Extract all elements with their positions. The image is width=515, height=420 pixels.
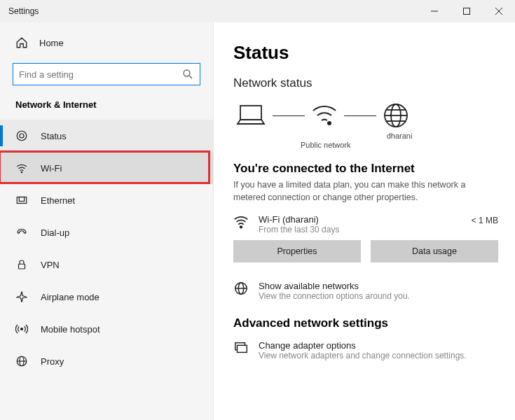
show-networks-link[interactable]: Show available networks View the connect… [233, 281, 498, 301]
window-buttons [418, 0, 515, 22]
sidebar-item-label: Mobile hotspot [41, 324, 100, 335]
properties-button[interactable]: Properties [233, 240, 361, 262]
globe-icon [382, 102, 410, 130]
show-networks-sub: View the connection options around you. [259, 291, 410, 301]
connected-heading: You're connected to the Internet [233, 162, 498, 176]
ethernet-icon [15, 194, 28, 206]
wifi-signal-icon [310, 102, 338, 126]
monitor-icon [233, 340, 249, 356]
svg-point-4 [184, 70, 190, 76]
laptop-icon [235, 103, 267, 128]
sidebar-item-status[interactable]: Status [0, 120, 213, 152]
connection-name: Wi-Fi (dharani) [259, 214, 462, 225]
svg-rect-9 [17, 197, 27, 204]
globe-icon [233, 281, 249, 296]
window-title: Settings [8, 6, 39, 16]
close-button[interactable] [483, 0, 515, 22]
network-diagram [235, 102, 498, 130]
svg-point-12 [21, 328, 23, 330]
show-networks-title: Show available networks [259, 281, 410, 291]
svg-rect-16 [240, 106, 261, 120]
section-heading: Network status [233, 76, 498, 90]
svg-point-8 [21, 172, 22, 173]
sidebar-item-ethernet[interactable]: Ethernet [0, 184, 213, 216]
sidebar-item-vpn[interactable]: VPN [0, 248, 213, 281]
adapter-options-link[interactable]: Change adapter options View network adap… [233, 340, 498, 360]
search-icon [181, 68, 194, 80]
sidebar-item-proxy[interactable]: Proxy [0, 345, 213, 377]
svg-point-6 [17, 131, 27, 141]
diagram-ssid: dharani [301, 131, 498, 141]
page-title: Status [233, 42, 498, 64]
wifi-icon [15, 162, 28, 174]
proxy-icon [15, 355, 28, 368]
sidebar-item-airplane[interactable]: Airplane mode [0, 281, 213, 313]
titlebar: Settings [0, 0, 515, 22]
home-icon [15, 36, 28, 49]
data-usage-button[interactable]: Data usage [371, 240, 498, 262]
svg-line-5 [189, 76, 192, 78]
sidebar-item-label: Proxy [41, 356, 64, 367]
svg-point-7 [20, 134, 24, 138]
home-label: Home [39, 38, 64, 48]
sidebar-item-label: Dial-up [41, 227, 69, 238]
sidebar-item-dialup[interactable]: Dial-up [0, 216, 213, 248]
sidebar-item-label: VPN [41, 260, 60, 270]
sidebar-item-label: Ethernet [41, 195, 75, 206]
svg-rect-28 [238, 345, 247, 352]
connection-usage: < 1 MB [472, 214, 498, 225]
search-input[interactable] [13, 63, 200, 85]
connection-row: Wi-Fi (dharani) From the last 30 days < … [233, 214, 498, 234]
diagram-type: Public network [301, 141, 498, 149]
connection-sub: From the last 30 days [259, 225, 462, 234]
svg-point-23 [240, 226, 242, 228]
maximize-button[interactable] [451, 0, 483, 22]
main-content: Status Network status dharani Public net… [214, 22, 515, 420]
svg-rect-10 [19, 197, 25, 202]
section-title: Network & Internet [0, 97, 213, 120]
sidebar-menu: Status Wi-Fi Ethernet Dial-up VPN Airp [0, 120, 213, 377]
svg-point-17 [328, 122, 331, 125]
advanced-heading: Advanced network settings [233, 316, 498, 330]
sidebar: Home Network & Internet Status Wi-Fi Eth… [0, 22, 214, 420]
sidebar-item-label: Airplane mode [41, 292, 99, 302]
adapter-title: Change adapter options [259, 340, 467, 351]
sidebar-item-label: Status [41, 131, 67, 141]
wifi-icon [233, 214, 249, 230]
connected-desc: If you have a limited data plan, you can… [233, 178, 498, 204]
airplane-icon [15, 290, 28, 303]
search-field[interactable] [19, 69, 181, 80]
adapter-sub: View network adapters and change connect… [259, 351, 467, 360]
sidebar-item-label: Wi-Fi [41, 163, 62, 174]
hotspot-icon [15, 323, 28, 335]
svg-rect-11 [19, 264, 25, 269]
svg-rect-1 [464, 8, 470, 15]
sidebar-item-hotspot[interactable]: Mobile hotspot [0, 313, 213, 345]
home-button[interactable]: Home [0, 32, 213, 53]
sidebar-item-wifi[interactable]: Wi-Fi [0, 152, 213, 184]
dialup-icon [15, 226, 28, 239]
minimize-button[interactable] [418, 0, 451, 22]
status-icon [15, 130, 28, 142]
vpn-icon [15, 258, 28, 271]
